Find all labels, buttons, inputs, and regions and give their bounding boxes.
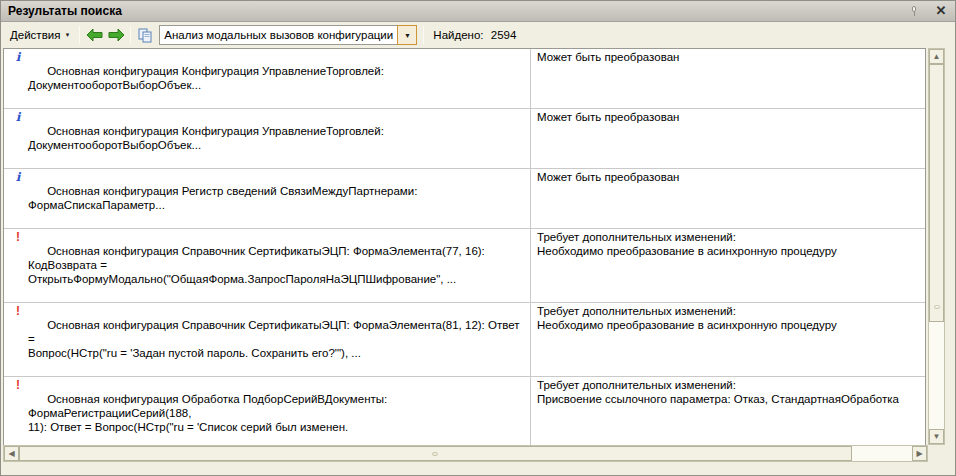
thumb-grip xyxy=(432,452,438,456)
triangle-up-icon: ▲ xyxy=(933,52,941,61)
search-query-value[interactable]: Анализ модальных вызовов конфигурации xyxy=(159,25,397,45)
previous-result-button[interactable] xyxy=(83,25,105,45)
toolbar-separator xyxy=(130,26,131,44)
triangle-down-icon: ▼ xyxy=(933,432,941,441)
scrollbar-corner xyxy=(928,445,945,462)
result-status-cell[interactable]: Может быть преобразован xyxy=(531,49,925,108)
table-row[interactable]: !Основная конфигурация Обработка ПодборС… xyxy=(4,377,925,445)
scroll-down-button[interactable]: ▼ xyxy=(929,429,944,444)
results-table-body: iОсновная конфигурация Конфигурация Упра… xyxy=(4,49,925,445)
horizontal-scrollbar-thumb[interactable] xyxy=(19,446,852,461)
result-location-cell[interactable]: iОсновная конфигурация Конфигурация Упра… xyxy=(4,49,531,108)
window-title: Результаты поиска xyxy=(1,4,909,18)
result-location-text: Основная конфигурация Регистр сведений С… xyxy=(28,185,421,211)
result-location-text: Основная конфигурация Конфигурация Управ… xyxy=(28,125,387,151)
result-location-cell[interactable]: iОсновная конфигурация Регистр сведений … xyxy=(4,169,531,228)
result-location-text: Основная конфигурация Конфигурация Управ… xyxy=(28,65,387,91)
horizontal-scrollbar-track[interactable] xyxy=(852,446,912,461)
copy-button[interactable] xyxy=(134,25,156,45)
triangle-left-icon: ◀ xyxy=(8,449,14,458)
table-row[interactable]: iОсновная конфигурация Конфигурация Упра… xyxy=(4,49,925,109)
result-location-cell[interactable]: !Основная конфигурация Справочник Сертиф… xyxy=(4,303,531,376)
next-result-button[interactable] xyxy=(105,25,127,45)
chevron-down-icon: ▼ xyxy=(404,32,411,39)
result-status-cell[interactable]: Требует дополнительных изменений: Необхо… xyxy=(531,229,925,302)
result-status-cell[interactable]: Требует дополнительных изменений: Присво… xyxy=(531,377,925,445)
scroll-right-button[interactable]: ▶ xyxy=(912,446,927,461)
error-icon: ! xyxy=(12,230,24,244)
combobox-dropdown-button[interactable]: ▼ xyxy=(397,25,417,45)
title-bar: Результаты поиска ✕ xyxy=(1,1,955,22)
search-query-combobox[interactable]: Анализ модальных вызовов конфигурации ▼ xyxy=(159,25,417,45)
search-results-window: Результаты поиска ✕ Действия ▼ xyxy=(0,0,956,476)
table-row[interactable]: !Основная конфигурация Справочник Сертиф… xyxy=(4,229,925,303)
scroll-left-button[interactable]: ◀ xyxy=(4,446,19,461)
result-location-cell[interactable]: iОсновная конфигурация Конфигурация Упра… xyxy=(4,109,531,168)
vertical-scrollbar-thumb[interactable] xyxy=(929,64,944,322)
result-location-text: Основная конфигурация Обработка ПодборСе… xyxy=(28,393,390,433)
info-icon: i xyxy=(12,50,24,64)
result-location-cell[interactable]: !Основная конфигурация Справочник Сертиф… xyxy=(4,229,531,302)
toolbar-separator xyxy=(423,26,424,44)
info-icon: i xyxy=(12,110,24,124)
error-icon: ! xyxy=(12,304,24,318)
toolbar: Действия ▼ Анализ модальных вызовов конф… xyxy=(1,22,955,48)
table-row[interactable]: iОсновная конфигурация Конфигурация Упра… xyxy=(4,109,925,169)
error-icon: ! xyxy=(12,378,24,392)
result-status-cell[interactable]: Требует дополнительных изменений: Необхо… xyxy=(531,303,925,376)
thumb-grip xyxy=(934,305,940,309)
table-row[interactable]: iОсновная конфигурация Регистр сведений … xyxy=(4,169,925,229)
pin-icon[interactable] xyxy=(909,5,919,17)
arrow-right-icon xyxy=(108,28,125,42)
chevron-down-icon: ▼ xyxy=(64,32,70,38)
result-location-cell[interactable]: !Основная конфигурация Обработка ПодборС… xyxy=(4,377,531,445)
horizontal-scrollbar[interactable]: ◀ ▶ xyxy=(3,445,928,462)
toolbar-separator xyxy=(79,26,80,44)
result-status-cell[interactable]: Может быть преобразован xyxy=(531,109,925,168)
triangle-right-icon: ▶ xyxy=(916,449,922,458)
found-count: 2594 xyxy=(491,29,517,41)
found-status: Найдено: 2594 xyxy=(433,29,516,41)
result-location-text: Основная конфигурация Справочник Сертифи… xyxy=(28,319,523,359)
close-icon[interactable]: ✕ xyxy=(933,3,949,19)
table-row[interactable]: !Основная конфигурация Справочник Сертиф… xyxy=(4,303,925,377)
vertical-scrollbar[interactable]: ▲ ▼ xyxy=(928,48,945,445)
results-table: iОсновная конфигурация Конфигурация Упра… xyxy=(3,48,926,445)
found-label: Найдено: xyxy=(433,29,483,41)
info-icon: i xyxy=(12,170,24,184)
result-location-text: Основная конфигурация Справочник Сертифи… xyxy=(28,245,488,285)
scroll-up-button[interactable]: ▲ xyxy=(929,49,944,64)
arrow-left-icon xyxy=(86,28,103,42)
copy-icon xyxy=(138,28,152,43)
actions-menu-label: Действия xyxy=(10,29,60,41)
result-status-cell[interactable]: Может быть преобразован xyxy=(531,169,925,228)
actions-menu-button[interactable]: Действия ▼ xyxy=(4,25,76,45)
